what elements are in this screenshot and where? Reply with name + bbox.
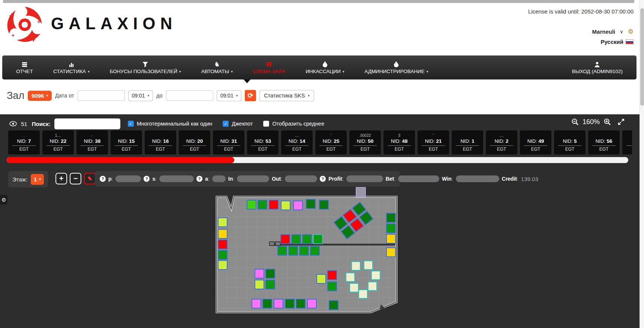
- search-input[interactable]: [54, 118, 120, 129]
- machine-tile[interactable]: NID: 16EGT: [145, 130, 176, 154]
- slot-machine[interactable]: [299, 246, 309, 256]
- top-scrollbar-strip[interactable]: [3, 0, 634, 3]
- nav-item-бонусы-пользователей[interactable]: БОНУСЫ ПОЛЬЗОВАТЕЛЕЙ▾: [100, 55, 191, 79]
- slot-machine[interactable]: [358, 289, 368, 299]
- floor-map[interactable]: [217, 197, 397, 312]
- slot-machine[interactable]: [265, 280, 275, 289]
- machine-tile[interactable]: 3NID: 48EGT: [383, 130, 415, 154]
- machine-tile[interactable]: 'NID: 21EGT: [418, 130, 449, 154]
- slot-machine[interactable]: [293, 201, 303, 210]
- slot-machine[interactable]: [386, 234, 396, 244]
- slot-machine[interactable]: [218, 250, 228, 260]
- slot-machine[interactable]: [255, 269, 264, 279]
- side-gear-icon[interactable]: ⚙: [0, 195, 7, 205]
- slot-machine[interactable]: [307, 299, 317, 309]
- refresh-button[interactable]: ⟳: [245, 90, 256, 101]
- hall-select[interactable]: 9096▾: [28, 91, 52, 101]
- checkbox-2[interactable]: [263, 121, 269, 127]
- eye-icon[interactable]: [9, 120, 17, 128]
- fullscreen-icon[interactable]: [617, 118, 625, 126]
- nav-item-статистика[interactable]: СТАТИСТИКА▾: [43, 55, 100, 79]
- machine-tile[interactable]: NID: 1EGT: [452, 130, 483, 154]
- slot-machine[interactable]: [296, 299, 306, 309]
- slot-machine[interactable]: [313, 234, 323, 244]
- machine-tile[interactable]: ....NID: 14EGT: [281, 130, 313, 154]
- slot-machine[interactable]: [329, 300, 338, 310]
- slot-machine[interactable]: [218, 240, 228, 249]
- slot-machine[interactable]: [319, 200, 329, 210]
- slot-machine[interactable]: [302, 234, 312, 244]
- tiles-scrollbar-thumb[interactable]: [7, 157, 234, 163]
- machine-tile[interactable]: NID: 5EGT: [554, 130, 586, 154]
- slot-machine[interactable]: [368, 282, 377, 291]
- user-menu[interactable]: Marneuli ∨ ⚙: [592, 28, 634, 35]
- time-to-select[interactable]: 09:01▾: [217, 90, 242, 101]
- slot-machine[interactable]: [274, 299, 283, 309]
- machine-tile[interactable]: ....NID: 2EGT: [486, 130, 517, 154]
- machine-tile[interactable]: -NID: 38EGT: [76, 130, 108, 154]
- floor-select[interactable]: 1▾: [31, 174, 44, 185]
- slot-machine[interactable]: [349, 283, 359, 292]
- machine-tile[interactable]: 29NID: EGT: [622, 130, 632, 154]
- user-name[interactable]: Marneuli: [592, 28, 616, 35]
- slot-machine[interactable]: [218, 260, 228, 270]
- settings-gear-icon[interactable]: ⚙: [628, 28, 634, 35]
- slot-machine[interactable]: [306, 199, 316, 209]
- machine-tile[interactable]: .NID: 7EGT: [8, 130, 40, 154]
- machine-tile[interactable]: NID: 31EGT: [213, 130, 244, 154]
- slot-machine[interactable]: [291, 234, 301, 244]
- slot-machine[interactable]: [386, 247, 396, 257]
- slot-machine[interactable]: [258, 200, 267, 210]
- slot-machine[interactable]: [262, 299, 272, 309]
- zoom-plus-button[interactable]: +: [55, 173, 67, 184]
- zoom-minus-button[interactable]: −: [70, 173, 81, 184]
- slot-machine[interactable]: [364, 261, 373, 270]
- slot-machine[interactable]: [386, 223, 396, 233]
- slot-machine[interactable]: [327, 270, 337, 280]
- map-object-square[interactable]: [356, 187, 366, 197]
- machine-tile[interactable]: NID: 49EGT: [520, 130, 551, 154]
- slot-machine[interactable]: [247, 200, 256, 210]
- slot-machine[interactable]: [255, 280, 264, 289]
- nav-item-автоматы[interactable]: ♞АВТОМАТЫ▾: [191, 55, 243, 79]
- machine-tile[interactable]: 'NID: 25EGT: [315, 130, 347, 154]
- slot-machine[interactable]: [316, 274, 326, 284]
- slot-machine[interactable]: [218, 229, 228, 239]
- nav-item-logout[interactable]: ВЫХОД (ADMIN9102): [562, 55, 633, 79]
- slot-machine[interactable]: [218, 217, 228, 227]
- page-scrollbar-track[interactable]: [640, 0, 644, 328]
- slot-machine[interactable]: [351, 261, 361, 271]
- date-to-input[interactable]: [166, 90, 213, 101]
- time-from-select[interactable]: 09:01▾: [128, 90, 153, 101]
- zoom-out-icon[interactable]: [571, 118, 579, 126]
- slot-machine[interactable]: [371, 271, 380, 280]
- checkbox-0[interactable]: ✓: [128, 121, 134, 127]
- slot-machine[interactable]: [346, 273, 355, 282]
- slot-machine[interactable]: [310, 246, 320, 256]
- slot-machine[interactable]: [280, 234, 290, 244]
- slot-machine[interactable]: [288, 246, 298, 256]
- edit-pencil-button[interactable]: ✎: [84, 173, 96, 184]
- checkbox-1[interactable]: ✓: [223, 121, 229, 127]
- slot-machine[interactable]: [277, 246, 287, 256]
- date-from-input[interactable]: [78, 90, 125, 101]
- zoom-in-icon[interactable]: [603, 118, 611, 126]
- tiles-scrollbar-track[interactable]: [7, 157, 628, 163]
- nav-item-отчет[interactable]: ОТЧЕТ: [6, 55, 43, 79]
- slot-machine[interactable]: [269, 200, 279, 210]
- page-scrollbar-thumb[interactable]: [640, 8, 644, 106]
- slot-machine[interactable]: [386, 213, 396, 223]
- slot-machine[interactable]: [281, 201, 291, 210]
- machine-tile[interactable]: NID: 56EGT: [588, 130, 620, 154]
- machine-tile[interactable]: NID: 15EGT: [111, 130, 142, 154]
- nav-item-администрирование[interactable]: АДМИНИСТРИРОВАНИЕ▾: [354, 55, 438, 79]
- nav-item-инкассации[interactable]: ИНКАССАЦИИ▾: [295, 55, 354, 79]
- slot-machine[interactable]: [285, 299, 295, 309]
- machine-tile[interactable]: NID: 53EGT: [247, 130, 279, 154]
- nav-item-схема-зала[interactable]: СХЕМА ЗАЛА: [243, 55, 295, 79]
- slot-machine[interactable]: [265, 269, 275, 279]
- machine-tile[interactable]: NID: 20EGT: [179, 130, 210, 154]
- machine-tile[interactable]: .50022NID: 50EGT: [349, 130, 381, 154]
- slot-machine[interactable]: [252, 299, 261, 309]
- machine-tile[interactable]: 1....NID: 22EGT: [42, 130, 74, 154]
